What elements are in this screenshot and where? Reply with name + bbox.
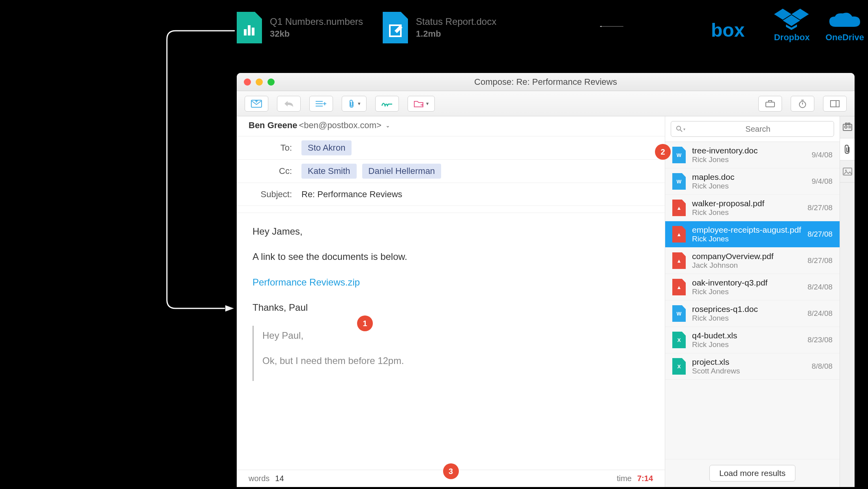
panel-icon	[830, 100, 840, 108]
result-row[interactable]: ▲walker-proposal.pdfRick Jones8/27/08	[665, 195, 840, 221]
recipient-chip[interactable]: Sto Akron	[301, 140, 352, 155]
result-filename: q4-budet.xls	[692, 331, 801, 340]
result-date: 9/4/08	[812, 151, 832, 159]
attachments-sidebar: ▾ Wtree-inventory.docRick Jones9/4/08Wma…	[665, 116, 855, 487]
send-button[interactable]	[245, 96, 268, 112]
pdf-file-icon: ▲	[672, 226, 686, 243]
result-row[interactable]: Xq4-budet.xlsRick Jones8/23/08	[665, 327, 840, 353]
panel-toggle-button[interactable]	[823, 96, 847, 112]
result-date: 8/24/08	[808, 283, 832, 291]
cloud-file-numbers[interactable]: Q1 Numbers.numbers 32kb	[237, 12, 363, 43]
result-row[interactable]: Xproject.xlsScott Andrews8/8/08	[665, 353, 840, 380]
result-date: 9/4/08	[812, 177, 832, 186]
recipient-chip[interactable]: Kate Smith	[301, 164, 357, 179]
attachment-link[interactable]: Performance Reviews.zip	[253, 277, 360, 287]
folder-icon	[413, 100, 424, 108]
search-icon: ▾	[676, 126, 685, 132]
result-author: Jack Johnson	[692, 261, 801, 270]
svg-marker-5	[600, 26, 601, 27]
result-row[interactable]: ▲companyOverview.pdfJack Johnson8/27/08	[665, 248, 840, 274]
close-button[interactable]	[244, 78, 251, 86]
svg-rect-2	[252, 28, 254, 35]
words-count: 14	[275, 474, 284, 483]
cc-chips[interactable]: Kate Smith Daniel Hellerman	[301, 164, 441, 179]
result-filename: walker-proposal.pdf	[692, 199, 801, 208]
svg-rect-19	[769, 101, 772, 102]
toolbox-button[interactable]	[758, 96, 782, 112]
signature-button[interactable]	[375, 96, 399, 112]
xls-file-icon: X	[672, 332, 686, 348]
attach-button[interactable]: ▾	[342, 96, 367, 112]
result-author: Rick Jones	[692, 287, 801, 296]
result-author: Rick Jones	[692, 235, 801, 243]
doc-file-icon: W	[672, 147, 686, 163]
minimize-button[interactable]	[256, 78, 263, 86]
zoom-button[interactable]	[268, 78, 275, 86]
paperclip-icon	[844, 145, 851, 154]
result-date: 8/27/08	[808, 230, 832, 239]
cc-row: Cc: Kate Smith Daniel Hellerman	[237, 160, 665, 183]
result-date: 8/27/08	[808, 203, 832, 212]
quote-greeting: Hey Paul,	[262, 328, 649, 343]
search-input[interactable]	[671, 121, 834, 137]
xls-file-icon: X	[672, 358, 686, 375]
to-chips[interactable]: Sto Akron	[301, 140, 352, 155]
result-row[interactable]: Wmaples.docRick Jones9/4/08	[665, 168, 840, 195]
reply-button[interactable]	[277, 96, 301, 112]
result-row[interactable]: Wtree-inventory.docRick Jones9/4/08	[665, 142, 840, 168]
svg-point-28	[845, 126, 847, 128]
images-tab[interactable]	[840, 161, 855, 183]
quoted-reply: Hey Paul, Ok, but I need them before 12p…	[253, 326, 649, 381]
dropbox-logo: Dropbox	[774, 8, 810, 43]
onedrive-label: OneDrive	[825, 32, 864, 43]
pdf-file-icon: ▲	[672, 200, 686, 216]
compose-pane: Ben Greene <ben@postbox.com> ⌄ To: Sto A…	[237, 116, 665, 487]
body-line: A link to see the documents is below.	[253, 249, 649, 264]
file-size: 1.2mb	[416, 29, 496, 39]
add-text-button[interactable]	[309, 96, 333, 112]
svg-marker-6	[225, 305, 234, 312]
result-filename: companyOverview.pdf	[692, 252, 801, 261]
sidebar-tabs	[840, 116, 855, 487]
result-row[interactable]: ▲employee-receipts-august.pdfRick Jones8…	[665, 221, 840, 248]
load-more-button[interactable]: Load more results	[709, 465, 795, 482]
svg-point-34	[845, 170, 847, 171]
titlebar: Compose: Re: Performance Reviews	[237, 73, 855, 91]
svg-rect-1	[248, 25, 251, 35]
folder-button[interactable]: ▾	[408, 96, 435, 112]
from-address: <ben@postbox.com>	[299, 120, 382, 131]
words-label: words	[249, 474, 269, 483]
callout-2: 2	[655, 144, 671, 160]
toolbar: ▾ ▾	[237, 91, 855, 116]
cloud-file-docx[interactable]: Status Report.docx 1.2mb	[383, 12, 496, 43]
svg-point-25	[677, 126, 681, 130]
result-date: 8/24/08	[808, 309, 832, 318]
contacts-tab[interactable]	[840, 116, 855, 138]
arrow-providers-to-files	[552, 26, 671, 27]
result-row[interactable]: Wroseprices-q1.docRick Jones8/24/08	[665, 300, 840, 327]
recipient-chip[interactable]: Daniel Hellerman	[362, 164, 441, 179]
svg-rect-0	[244, 29, 247, 35]
result-date: 8/23/08	[808, 336, 832, 344]
result-author: Rick Jones	[692, 155, 805, 164]
subject-input[interactable]	[301, 189, 653, 200]
result-author: Rick Jones	[692, 182, 805, 190]
svg-rect-18	[766, 102, 774, 107]
paperclip-icon	[348, 99, 355, 108]
pdf-file-icon: ▲	[672, 252, 686, 269]
chevron-down-icon: ⌄	[385, 122, 390, 129]
from-name: Ben Greene	[249, 120, 297, 131]
file-name: Q1 Numbers.numbers	[270, 16, 363, 27]
time-value: 7:14	[637, 474, 653, 483]
attachments-tab[interactable]	[840, 138, 855, 161]
message-body[interactable]: Hey James, A link to see the documents i…	[237, 213, 665, 470]
cloud-providers: box Dropbox OneDrive	[711, 8, 864, 43]
timer-button[interactable]	[791, 96, 814, 112]
to-row: To: Sto Akron	[237, 136, 665, 160]
from-row[interactable]: Ben Greene <ben@postbox.com> ⌄	[237, 116, 665, 136]
result-row[interactable]: ▲oak-inventory-q3.pdfRick Jones8/24/08	[665, 274, 840, 300]
body-signoff: Thanks, Paul	[253, 300, 649, 315]
briefcase-icon	[765, 100, 775, 108]
result-author: Scott Andrews	[692, 367, 805, 375]
body-greeting: Hey James,	[253, 224, 649, 239]
